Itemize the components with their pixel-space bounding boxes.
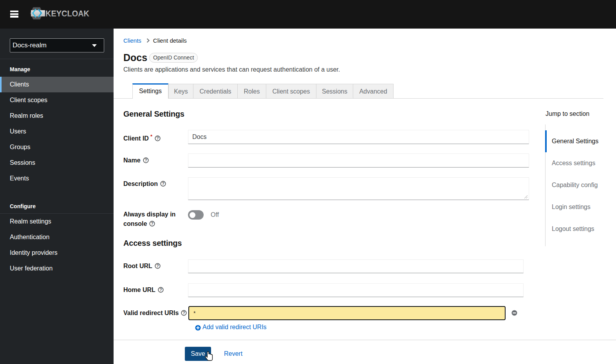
svg-text:?: ? (151, 222, 154, 226)
svg-text:?: ? (183, 311, 185, 315)
svg-text:?: ? (145, 158, 147, 162)
svg-text:?: ? (162, 182, 164, 186)
svg-text:KEYCLOAK: KEYCLOAK (45, 9, 89, 18)
svg-text:?: ? (159, 288, 162, 292)
svg-text:?: ? (156, 264, 159, 268)
svg-text:?: ? (156, 136, 159, 141)
